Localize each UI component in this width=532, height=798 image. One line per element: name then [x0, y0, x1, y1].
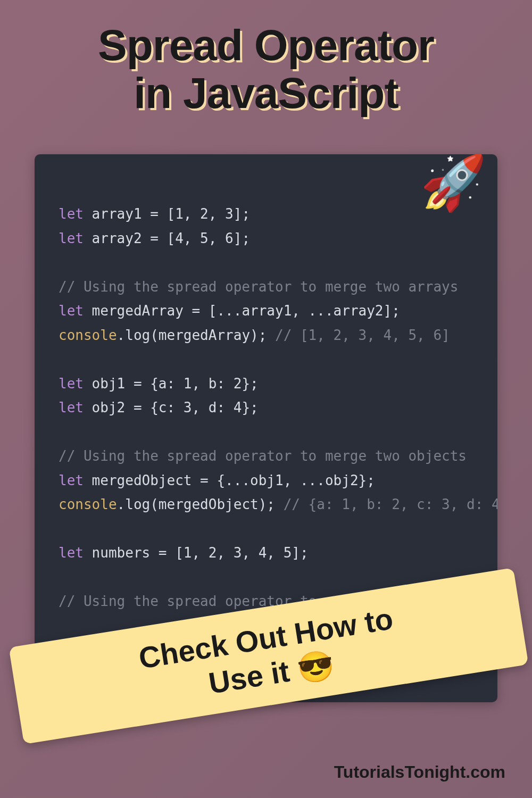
rocket-icon: 🚀	[420, 154, 487, 214]
code-line-5: console.log(mergedArray); // [1, 2, 3, 4…	[59, 323, 473, 348]
code-line-1: let array1 = [1, 2, 3];	[59, 202, 473, 227]
blank-line	[59, 420, 473, 445]
code-line-9: let mergedObject = {...obj1, ...obj2};	[59, 469, 473, 493]
code-line-7: let obj2 = {c: 3, d: 4};	[59, 396, 473, 420]
title-line-1: Spread Operator	[98, 21, 434, 69]
blank-line	[59, 251, 473, 275]
code-comment-1: // Using the spread operator to merge tw…	[59, 275, 473, 300]
code-line-2: let array2 = [4, 5, 6];	[59, 227, 473, 251]
footer-site: TutorialsTonight.com	[334, 762, 505, 782]
code-line-11: let numbers = [1, 2, 3, 4, 5];	[59, 541, 473, 566]
blank-line	[59, 517, 473, 542]
code-line-4: let mergedArray = [...array1, ...array2]…	[59, 299, 473, 323]
page-title: Spread Operator in JavaScript	[0, 0, 532, 117]
blank-line	[59, 347, 473, 372]
code-comment-2: // Using the spread operator to merge tw…	[59, 444, 473, 469]
code-line-10: console.log(mergedObject); // {a: 1, b: …	[59, 493, 473, 517]
title-line-2: in JavaScript	[134, 69, 398, 117]
code-line-6: let obj1 = {a: 1, b: 2};	[59, 372, 473, 396]
